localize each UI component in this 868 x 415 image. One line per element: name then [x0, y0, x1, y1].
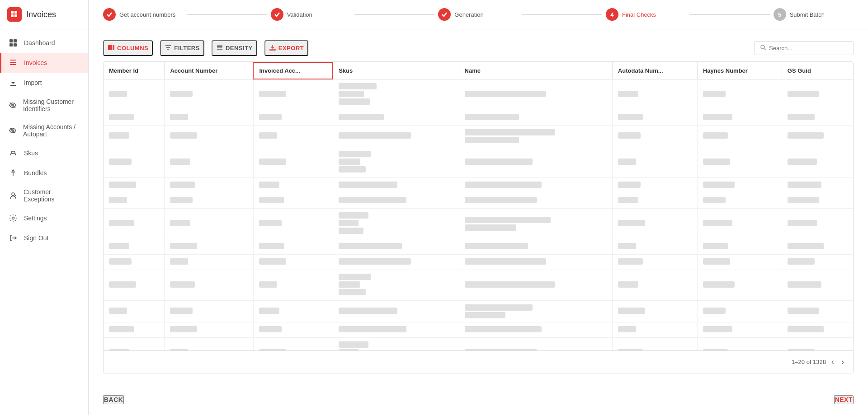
stepper: Get account numbers Validation Generatio…: [89, 0, 868, 29]
svg-rect-2: [11, 14, 14, 17]
table-cell: [104, 110, 165, 125]
table-cell: [459, 322, 612, 337]
sidebar-item-customer-exceptions[interactable]: Customer Exceptions: [0, 183, 88, 208]
table-cell: [104, 322, 165, 337]
pagination-next[interactable]: ›: [840, 355, 846, 368]
table-cell: [104, 193, 165, 208]
table-cell: [104, 79, 165, 110]
table-cell: [104, 177, 165, 193]
pagination-info: 1–20 of 1328: [792, 359, 826, 365]
table-cell: [459, 79, 612, 110]
step-circle-5: 5: [774, 8, 786, 21]
sidebar-item-sign-out[interactable]: Sign Out: [0, 228, 88, 248]
columns-button[interactable]: COLUMNS: [103, 40, 153, 56]
table-cell: [459, 147, 612, 177]
col-haynes-number[interactable]: Haynes Number: [697, 62, 782, 79]
table-cell: [165, 337, 253, 350]
table-row: [104, 300, 853, 322]
table-cell: [253, 254, 333, 270]
svg-rect-21: [110, 45, 112, 50]
table-scroll[interactable]: Member Id Account Number Invoiced Acc...…: [104, 62, 853, 350]
table-cell: [612, 239, 697, 254]
svg-rect-5: [14, 39, 17, 42]
table-row: [104, 322, 853, 337]
col-name[interactable]: Name: [459, 62, 612, 79]
sidebar-item-skus[interactable]: Skus: [0, 143, 88, 163]
table-cell: [253, 177, 333, 193]
svg-rect-1: [14, 11, 17, 14]
table-cell: [697, 254, 782, 270]
search-input[interactable]: [769, 45, 848, 51]
filters-button[interactable]: FILTERS: [160, 40, 204, 56]
app-title: Invoices: [26, 10, 56, 19]
table-cell: [165, 254, 253, 270]
table-cell: [165, 79, 253, 110]
table-cell: [697, 147, 782, 177]
svg-rect-4: [9, 39, 13, 42]
search-icon: [760, 44, 766, 52]
table-cell: [459, 177, 612, 193]
table-cell: [782, 125, 853, 147]
next-button[interactable]: NEXT: [834, 395, 854, 404]
table-cell: [333, 337, 459, 350]
table-cell: [697, 110, 782, 125]
table-header-row: Member Id Account Number Invoiced Acc...…: [104, 62, 853, 79]
table-cell: [104, 270, 165, 300]
table-cell: [253, 270, 333, 300]
col-member-id[interactable]: Member Id: [104, 62, 165, 79]
step-label-5: Submit Batch: [790, 11, 825, 18]
table-cell: [782, 322, 853, 337]
sidebar-item-missing-accounts[interactable]: Missing Accounts / Autopart: [0, 118, 88, 143]
table-cell: [333, 239, 459, 254]
table-cell: [333, 300, 459, 322]
col-autodata-num[interactable]: Autodata Num...: [612, 62, 697, 79]
table-cell: [459, 337, 612, 350]
skus-icon: [9, 149, 18, 158]
sidebar-item-bundles[interactable]: Bundles: [0, 163, 88, 183]
svg-rect-3: [14, 14, 17, 17]
table-cell: [612, 300, 697, 322]
sidebar-item-dashboard[interactable]: Dashboard: [0, 33, 88, 53]
table-cell: [253, 322, 333, 337]
step-get-account-numbers: Get account numbers: [103, 8, 183, 21]
table-cell: [165, 177, 253, 193]
svg-line-31: [764, 49, 766, 51]
table-cell: [459, 125, 612, 147]
eye-hidden-icon: [9, 101, 17, 110]
table-cell: [782, 239, 853, 254]
step-circle-2: [271, 8, 283, 21]
main-content: COLUMNS FILTERS: [89, 29, 868, 384]
table-cell: [165, 147, 253, 177]
col-account-number[interactable]: Account Number: [165, 62, 253, 79]
density-label: DENSITY: [226, 45, 253, 51]
col-skus[interactable]: Skus: [333, 62, 459, 79]
filters-label: FILTERS: [174, 45, 200, 51]
table-cell: [253, 337, 333, 350]
col-gs-guid[interactable]: GS Guid: [782, 62, 853, 79]
back-button[interactable]: BACK: [103, 395, 124, 404]
table-cell: [459, 193, 612, 208]
table-cell: [782, 300, 853, 322]
table-cell: [697, 239, 782, 254]
export-button[interactable]: EXPORT: [264, 40, 308, 56]
sign-out-icon: [9, 233, 18, 242]
sidebar-item-import[interactable]: Import: [0, 73, 88, 93]
table-cell: [165, 110, 253, 125]
table-row: [104, 177, 853, 193]
bottom-nav: BACK NEXT: [89, 384, 868, 415]
sidebar: Invoices Dashboard Invoice: [0, 0, 89, 415]
table-cell: [253, 125, 333, 147]
step-generation: Generation: [438, 8, 518, 21]
table-cell: [333, 193, 459, 208]
col-invoiced-acc[interactable]: Invoiced Acc...: [253, 62, 333, 79]
table-cell: [333, 125, 459, 147]
density-button[interactable]: DENSITY: [212, 40, 257, 56]
step-final-checks: 4 Final Checks: [606, 8, 686, 21]
sidebar-item-settings[interactable]: Settings: [0, 208, 88, 228]
pagination-prev[interactable]: ‹: [830, 355, 836, 368]
table-cell: [333, 177, 459, 193]
sidebar-item-missing-customer[interactable]: Missing Customer Identifiers: [0, 93, 88, 118]
sidebar-item-invoices[interactable]: Invoices: [0, 53, 88, 73]
sidebar-item-label: Settings: [24, 214, 47, 222]
table-cell: [333, 254, 459, 270]
